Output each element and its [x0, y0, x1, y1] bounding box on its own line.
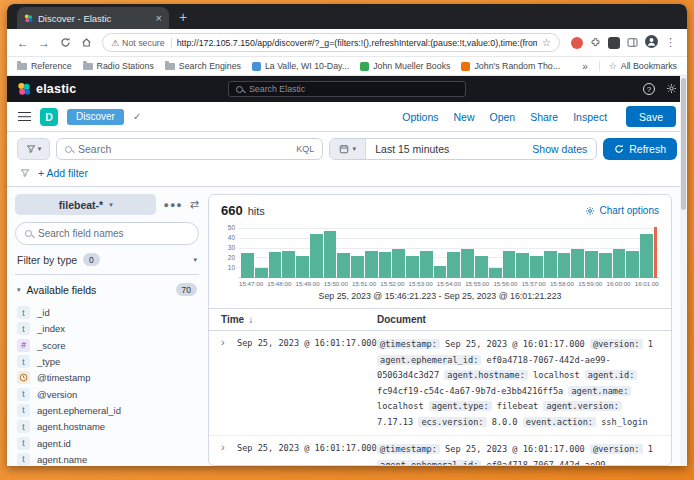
refresh-button[interactable]: Refresh	[603, 138, 677, 160]
histogram-bar[interactable]	[420, 251, 433, 278]
histogram-bar[interactable]	[241, 253, 254, 278]
expand-row-icon[interactable]: ›	[221, 337, 237, 430]
histogram-bar[interactable]	[269, 252, 282, 279]
available-fields-header[interactable]: ▾ Available fields 70	[15, 282, 199, 297]
histogram-bar[interactable]	[599, 253, 612, 278]
histogram-bar[interactable]	[296, 256, 309, 278]
query-language-label[interactable]: KQL	[296, 144, 314, 154]
histogram-bar[interactable]	[447, 252, 460, 278]
histogram-bar[interactable]	[475, 256, 488, 278]
histogram-bar[interactable]	[282, 251, 295, 278]
bookmark-item[interactable]: Search Engines	[165, 61, 241, 71]
field-item[interactable]: tagent.name	[17, 453, 197, 466]
histogram-bar[interactable]	[503, 251, 516, 278]
address-bar[interactable]: ⚠ Not secure http://172.105.7.150/app/di…	[102, 33, 560, 52]
histogram-bar[interactable]	[530, 256, 543, 278]
field-item[interactable]: t_id	[17, 306, 197, 319]
chart-options-button[interactable]: Chart options	[585, 205, 659, 216]
bookmark-item[interactable]: Radio Stations	[83, 61, 154, 71]
url-text[interactable]: http://172.105.7.150/app/discover#/?_g=(…	[177, 38, 537, 48]
histogram-bar[interactable]	[613, 249, 626, 278]
histogram-bar[interactable]	[406, 256, 419, 278]
field-item[interactable]: tagent.id	[17, 436, 197, 449]
calendar-button[interactable]: ▾	[330, 139, 366, 159]
bookmark-star-icon[interactable]: ☆	[542, 37, 551, 48]
histogram-bar[interactable]	[640, 234, 653, 278]
histogram-bar[interactable]	[516, 253, 529, 278]
new-menu-item[interactable]: New	[453, 111, 474, 123]
new-tab-button[interactable]: +	[179, 9, 187, 25]
histogram-bar[interactable]	[324, 231, 337, 278]
histogram-bar[interactable]	[310, 234, 323, 278]
histogram-bar[interactable]	[434, 266, 447, 278]
save-button[interactable]: Save	[626, 106, 676, 127]
histogram-bar[interactable]	[489, 268, 502, 278]
query-search-input[interactable]	[78, 143, 290, 155]
forward-icon[interactable]: →	[34, 36, 54, 50]
red-extension-icon[interactable]	[571, 37, 583, 49]
tab-close-icon[interactable]: ×	[156, 12, 162, 24]
add-filter-link[interactable]: + Add filter	[38, 167, 88, 179]
bookmark-item[interactable]: La Valle, WI 10-Day...	[252, 61, 349, 71]
histogram-bar[interactable]	[461, 249, 474, 278]
global-search-input[interactable]: Search Elastic	[228, 81, 466, 97]
histogram-bar[interactable]	[585, 251, 598, 278]
field-item[interactable]: t_index	[17, 322, 197, 335]
saved-query-button[interactable]: ▾	[17, 138, 50, 160]
share-menu-item[interactable]: Share	[530, 111, 558, 123]
histogram-bar[interactable]	[255, 268, 268, 278]
breadcrumb[interactable]: Discover	[67, 109, 124, 125]
field-item[interactable]: #_score	[17, 339, 197, 352]
hamburger-menu-icon[interactable]	[18, 112, 31, 121]
page-scrollbar[interactable]	[680, 76, 687, 466]
side-panel-icon[interactable]	[627, 34, 638, 52]
app-badge[interactable]: D	[40, 108, 58, 126]
browser-tab[interactable]: Discover - Elastic ×	[17, 7, 169, 29]
histogram-bar[interactable]	[626, 251, 639, 278]
show-dates-link[interactable]: Show dates	[523, 139, 596, 159]
histogram-bar[interactable]	[365, 251, 378, 278]
histogram-bar[interactable]	[337, 253, 350, 278]
bookmark-item[interactable]: Reference	[17, 61, 72, 71]
field-item[interactable]: @timestamp	[17, 371, 197, 384]
histogram-bar[interactable]	[379, 252, 392, 278]
field-item[interactable]: t_type	[17, 355, 197, 368]
field-search-input[interactable]	[38, 228, 189, 239]
scrollbar-thumb[interactable]	[681, 78, 686, 210]
histogram-bar[interactable]	[571, 249, 584, 278]
gear-icon[interactable]	[666, 80, 677, 98]
bookmarks-overflow-icon[interactable]: »	[582, 61, 588, 72]
back-icon[interactable]: ←	[13, 36, 33, 50]
filter-by-type-row[interactable]: Filter by type 0 ▾	[15, 252, 199, 275]
histogram-bar[interactable]	[558, 253, 571, 278]
help-icon[interactable]: ?	[643, 83, 655, 95]
histogram-bar[interactable]	[392, 249, 405, 278]
dark-extension-icon[interactable]	[608, 37, 620, 49]
index-pattern-options-icon[interactable]: ●●●	[163, 200, 182, 210]
field-item[interactable]: tagent.hostname	[17, 420, 197, 433]
open-menu-item[interactable]: Open	[489, 111, 515, 123]
elastic-brand[interactable]: elastic	[17, 82, 76, 96]
sort-descending-icon[interactable]: ↓	[248, 314, 253, 325]
plot-area[interactable]	[239, 224, 659, 278]
histogram-bar[interactable]	[544, 251, 557, 278]
bookmark-item[interactable]: John's Random Tho...	[461, 61, 560, 71]
reload-icon[interactable]	[55, 37, 75, 48]
inspect-menu-item[interactable]: Inspect	[573, 111, 607, 123]
index-pattern-selector[interactable]: filebeat-* ▾	[15, 194, 156, 215]
field-item[interactable]: tagent.ephemeral_id	[17, 404, 197, 417]
options-menu-item[interactable]: Options	[402, 111, 438, 123]
browser-menu-icon[interactable]: ⋮	[665, 36, 676, 49]
expand-row-icon[interactable]: ›	[221, 442, 237, 465]
filter-settings-icon[interactable]	[20, 168, 30, 178]
all-bookmarks-button[interactable]: ☆ All Bookmarks	[599, 61, 677, 71]
not-secure-chip[interactable]: ⚠ Not secure	[111, 38, 172, 48]
time-range-value[interactable]: Last 15 minutes	[366, 139, 523, 159]
home-icon[interactable]	[76, 37, 96, 48]
collapse-sidebar-icon[interactable]: ⇄	[190, 198, 199, 211]
histogram-bar[interactable]	[351, 256, 364, 278]
time-column-header[interactable]: Time ↓	[221, 314, 377, 325]
profile-avatar[interactable]	[645, 34, 658, 52]
field-item[interactable]: t@version	[17, 387, 197, 400]
extensions-puzzle-icon[interactable]	[590, 34, 601, 52]
